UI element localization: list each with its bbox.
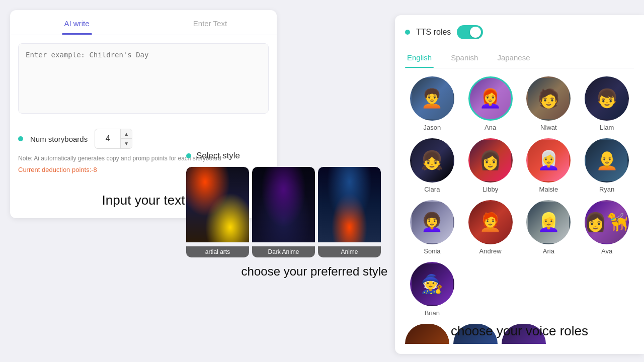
style-card-anime-label: Anime — [318, 246, 381, 257]
style-dot-icon — [186, 153, 191, 158]
storyboard-number-input[interactable] — [95, 134, 120, 143]
voice-name-aria: Aria — [543, 247, 554, 255]
lang-tab-english[interactable]: English — [405, 49, 434, 68]
stepper-buttons: ▲ ▼ — [120, 129, 132, 148]
voice-avatar-libby: 👩 — [468, 138, 513, 183]
voice-avatar-andrew: 🧑‍🦰 — [468, 200, 513, 244]
voice-avatar-sonia: 👩‍🦱 — [410, 200, 454, 244]
storyboard-row: Num storyboards ▲ ▼ — [10, 124, 277, 152]
voice-name-andrew: Andrew — [479, 247, 502, 255]
voice-name-ana: Ana — [485, 124, 496, 131]
voice-avatar-liam: 👦 — [585, 76, 629, 121]
voice-avatar-clara: 👧 — [410, 138, 454, 183]
toggle-thumb — [470, 27, 481, 38]
style-card-martial-label: artial arts — [186, 246, 249, 257]
voice-item-andrew[interactable]: 🧑‍🦰 Andrew — [463, 200, 518, 255]
tts-dot-icon — [405, 30, 410, 35]
tab-bar: AI write Enter Text — [10, 10, 277, 35]
style-card-anime[interactable]: Anime — [318, 167, 381, 257]
voice-name-maisie: Maisie — [539, 186, 558, 193]
voice-name-brian: Brian — [425, 309, 440, 317]
voice-name-ava: Ava — [601, 247, 612, 255]
lang-tab-spanish[interactable]: Spanish — [449, 49, 480, 68]
voice-item-jason[interactable]: 🧑‍🦱 Jason — [405, 76, 459, 131]
voice-avatar-ryan: 🧑‍🦲 — [585, 138, 629, 183]
voice-avatar-brian: 🧙 — [410, 262, 454, 306]
textarea-area — [10, 35, 277, 124]
voice-item-niwat[interactable]: 🧑 Niwat — [522, 76, 576, 131]
teal-dot-icon — [18, 136, 23, 141]
voice-item-ava[interactable]: 👩‍🦮 Ava — [580, 200, 634, 255]
voice-avatar-maisie: 👩‍🦳 — [526, 138, 571, 183]
language-tabs: English Spanish Japanese — [405, 49, 634, 68]
voice-item-brian[interactable]: 🧙 Brian — [405, 262, 459, 317]
voice-avatar-ana: 👩‍🦰 — [468, 76, 513, 121]
select-style-label: Select style — [196, 151, 240, 161]
tab-ai-write[interactable]: AI write — [10, 10, 143, 35]
style-card-dark-anime-label: Dark Anime — [252, 246, 315, 257]
voice-item-liam[interactable]: 👦 Liam — [580, 76, 634, 131]
voice-avatar-niwat: 🧑 — [526, 76, 571, 121]
voice-item-clara[interactable]: 👧 Clara — [405, 138, 459, 193]
voice-name-clara: Clara — [424, 186, 440, 193]
tts-header: TTS roles — [405, 25, 634, 39]
choose-voice-text: choose your voice roles — [395, 323, 644, 339]
voice-avatar-ava: 👩‍🦮 — [585, 200, 629, 244]
voices-grid: 🧑‍🦱 Jason 👩‍🦰 Ana 🧑 Niwat 👦 Liam 👧 — [405, 76, 634, 317]
decrement-button[interactable]: ▼ — [121, 139, 132, 148]
voice-item-maisie[interactable]: 👩‍🦳 Maisie — [522, 138, 576, 193]
storyboard-counter: ▲ ▼ — [95, 129, 132, 149]
voice-name-libby: Libby — [482, 186, 498, 193]
voice-avatar-aria: 👱‍♀️ — [526, 200, 571, 244]
voice-name-niwat: Niwat — [540, 124, 557, 131]
voice-name-liam: Liam — [600, 124, 614, 131]
voice-item-libby[interactable]: 👩 Libby — [463, 138, 518, 193]
voice-name-sonia: Sonia — [424, 247, 440, 255]
increment-button[interactable]: ▲ — [121, 129, 132, 139]
right-panel: TTS roles English Spanish Japanese 🧑‍🦱 J… — [395, 15, 644, 354]
storyboard-label: Num storyboards — [30, 135, 88, 143]
voice-name-jason: Jason — [424, 124, 441, 131]
toggle-track — [457, 25, 483, 39]
tts-label: TTS roles — [416, 28, 451, 37]
voice-name-ryan: Ryan — [599, 186, 614, 193]
style-card-martial[interactable]: artial arts — [186, 167, 249, 257]
story-text-input[interactable] — [18, 43, 269, 114]
voice-item-sonia[interactable]: 👩‍🦱 Sonia — [405, 200, 459, 255]
voice-item-ana[interactable]: 👩‍🦰 Ana — [463, 76, 518, 131]
lang-tab-japanese[interactable]: Japanese — [495, 49, 532, 68]
style-card-dark-anime[interactable]: Dark Anime — [252, 167, 315, 257]
voice-item-aria[interactable]: 👱‍♀️ Aria — [522, 200, 576, 255]
tts-toggle[interactable] — [457, 25, 483, 39]
tab-enter-text[interactable]: Enter Text — [143, 10, 277, 35]
voice-item-ryan[interactable]: 🧑‍🦲 Ryan — [580, 138, 634, 193]
voice-avatar-jason: 🧑‍🦱 — [410, 76, 454, 121]
